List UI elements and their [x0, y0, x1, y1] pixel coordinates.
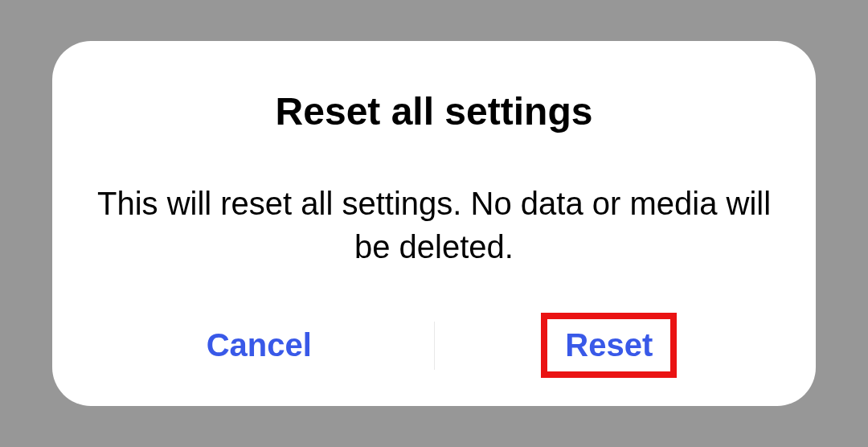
- reset-button-highlight: Reset: [541, 313, 677, 378]
- cancel-button-container: Cancel: [84, 313, 434, 378]
- dialog-title: Reset all settings: [276, 89, 593, 133]
- reset-settings-dialog: Reset all settings This will reset all s…: [52, 41, 816, 406]
- cancel-button[interactable]: Cancel: [182, 313, 336, 378]
- dialog-button-row: Cancel Reset: [84, 313, 784, 378]
- dialog-message: This will reset all settings. No data or…: [84, 182, 784, 269]
- reset-button[interactable]: Reset: [560, 324, 657, 367]
- confirm-button-container: Reset: [435, 313, 784, 378]
